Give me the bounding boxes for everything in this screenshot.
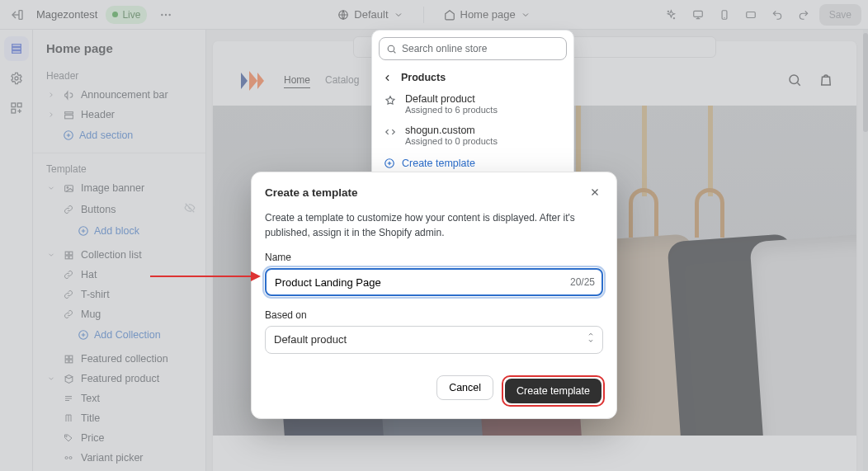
plus-circle-icon [63, 130, 74, 141]
megaphone-icon [64, 90, 74, 101]
hidden-icon[interactable] [184, 202, 196, 216]
sidebar-item-hat[interactable]: Hat [33, 265, 205, 285]
top-bar: Magezontest Live Default Home page Save [0, 0, 868, 30]
svg-rect-14 [12, 109, 16, 113]
sidebar-item-collection-list[interactable]: Collection list [33, 245, 205, 265]
link-icon [64, 290, 73, 299]
sidebar-item-announcement[interactable]: Announcement bar [33, 85, 205, 105]
logo-icon [236, 68, 269, 94]
popover-item-default-product[interactable]: Default product Assigned to 6 products [372, 88, 573, 120]
viewport-menu[interactable]: Default [329, 3, 411, 26]
link-icon [64, 205, 73, 214]
cart-button[interactable] [818, 73, 833, 90]
popover-item-subtitle: Assigned to 6 products [405, 105, 498, 115]
sidebar-item-buttons[interactable]: Buttons [33, 198, 205, 220]
nav-catalog[interactable]: Catalog [325, 74, 359, 88]
status-dot-icon [112, 12, 118, 17]
plus-circle-icon [384, 158, 395, 169]
sidebar-item-label: Mug [81, 309, 101, 320]
sidebar-item-label: Hat [81, 269, 97, 280]
sidebar-item-header[interactable]: Header [33, 105, 205, 125]
template-name-input[interactable] [265, 268, 603, 296]
sidebar-item-price[interactable]: Price [33, 428, 205, 448]
text-icon [64, 393, 73, 403]
sidebar-item-label: Announcement bar [81, 89, 168, 101]
add-block[interactable]: Add block [33, 220, 205, 245]
save-button[interactable]: Save [819, 4, 861, 26]
svg-rect-0 [19, 10, 22, 19]
sidebar-item-tshirt[interactable]: T-shirt [33, 285, 205, 304]
svg-rect-26 [65, 356, 68, 359]
page-label: Home page [460, 8, 516, 21]
close-button[interactable] [587, 184, 603, 200]
svg-point-11 [15, 77, 18, 80]
plus-circle-icon [78, 225, 89, 237]
popover-item-title: Default product [405, 93, 498, 105]
sidebar-item-featured-product[interactable]: Featured product [33, 369, 205, 389]
sidebar-item-variant-picker[interactable]: Variant picker [33, 448, 205, 468]
more-button[interactable] [155, 4, 177, 26]
product-icon [64, 374, 74, 384]
sidebar-item-featured-collection[interactable]: Featured collection [33, 349, 205, 369]
page-menu[interactable]: Home page [436, 3, 539, 26]
chevron-left-icon [382, 73, 393, 83]
inspector-button[interactable] [661, 4, 682, 26]
chevron-down-icon [521, 10, 531, 20]
create-template-button[interactable]: Create template [505, 379, 601, 403]
cancel-button[interactable]: Cancel [436, 375, 493, 400]
nav-home[interactable]: Home [284, 74, 310, 88]
add-block-label: Add block [94, 225, 139, 237]
add-section[interactable]: Add section [33, 125, 205, 149]
annotation-highlight: Create template [502, 375, 605, 407]
sidebar-item-title[interactable]: Title [33, 408, 205, 428]
popover-item-subtitle: Assigned to 0 products [405, 136, 498, 146]
sidebar-item-label: Featured product [81, 373, 159, 384]
add-collection[interactable]: Add Collection [33, 324, 205, 349]
chevron-down-icon [47, 374, 55, 383]
desktop-button[interactable] [687, 4, 709, 26]
mobile-button[interactable] [714, 4, 735, 26]
group-template: Template [33, 157, 205, 178]
popover-heading-row[interactable]: Products [372, 67, 573, 88]
sidebar-item-mug[interactable]: Mug [33, 304, 205, 324]
add-section-label: Add section [79, 130, 133, 141]
based-on-select[interactable]: Default product [265, 326, 603, 354]
popover-heading: Products [401, 72, 446, 83]
svg-rect-28 [65, 360, 68, 363]
sidebar-item-image-banner[interactable]: Image banner [33, 178, 205, 198]
char-count: 20/25 [570, 275, 595, 290]
scrollbar-thumb[interactable] [863, 33, 868, 132]
exit-button[interactable] [7, 4, 28, 26]
sidebar-item-text[interactable]: Text [33, 389, 205, 408]
price-icon [64, 433, 73, 443]
add-collection-label: Add Collection [94, 329, 161, 341]
svg-rect-16 [64, 115, 73, 118]
svg-point-30 [66, 436, 68, 437]
template-popover: Search online store Products Default pro… [371, 30, 574, 181]
svg-rect-23 [65, 256, 68, 259]
undo-button[interactable] [767, 4, 788, 26]
fullwidth-button[interactable] [740, 4, 762, 26]
popover-item-shogun[interactable]: shogun.custom Assigned to 0 products [372, 120, 573, 151]
viewport-label: Default [354, 8, 388, 21]
redo-button[interactable] [793, 4, 814, 26]
sparkle-icon [666, 9, 677, 21]
code-icon [384, 126, 396, 138]
rail-sections[interactable] [4, 36, 29, 61]
svg-rect-9 [12, 48, 21, 50]
store-logo[interactable] [236, 68, 269, 94]
svg-rect-12 [12, 103, 16, 107]
rail-settings[interactable] [4, 66, 29, 91]
grid-icon [64, 354, 74, 365]
popover-search[interactable]: Search online store [379, 37, 567, 60]
search-button[interactable] [787, 73, 802, 90]
rail-apps[interactable] [4, 96, 29, 120]
undo-icon [771, 9, 783, 21]
svg-point-32 [69, 457, 72, 459]
grid-icon [64, 250, 74, 261]
divider [33, 153, 205, 153]
store-name: Magezontest [36, 8, 97, 21]
globe-icon [337, 9, 349, 21]
name-label: Name [265, 250, 603, 265]
svg-rect-15 [64, 111, 73, 113]
